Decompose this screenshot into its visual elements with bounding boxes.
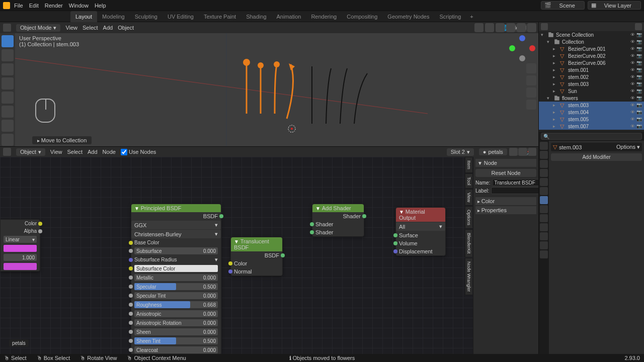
tab-shading[interactable]: Shading: [241, 11, 271, 22]
vp-menu-select[interactable]: Select: [83, 25, 98, 31]
prop-tab-scene[interactable]: [540, 169, 548, 177]
menu-file[interactable]: File: [14, 3, 23, 9]
principled-subsurface-color[interactable]: Subsurface Color: [131, 264, 221, 273]
principled-roughness[interactable]: Roughness0.668: [131, 300, 221, 309]
n-tab-view[interactable]: View: [465, 189, 472, 206]
node-material-output[interactable]: ▼ Material Output All▾ Surface Volume Di…: [395, 207, 446, 256]
tree-row[interactable]: ▸▽stem.002👁 📷: [539, 73, 644, 80]
ne-overlay-icon[interactable]: [509, 148, 517, 156]
tree-row[interactable]: ▸▽BezierCurve.001👁 📷: [539, 45, 644, 52]
outliner-editor-icon[interactable]: [541, 23, 548, 30]
prop-tab-particle[interactable]: [540, 205, 548, 213]
tree-row[interactable]: ▸▽BezierCurve.002👁 📷: [539, 52, 644, 59]
material-selector[interactable]: ●petals: [479, 148, 507, 155]
snap-dropdown[interactable]: [485, 23, 494, 32]
axis-gizmo[interactable]: [509, 35, 535, 61]
node-name-input[interactable]: [492, 179, 538, 186]
sss-dropdown[interactable]: Christensen-Burley▾: [131, 230, 221, 238]
principled-base-color[interactable]: Base Color: [131, 239, 221, 246]
tab-texpaint[interactable]: Texture Paint: [199, 11, 241, 22]
principled-anisotropic-rotation[interactable]: Anisotropic Rotation0.000: [131, 318, 221, 327]
prop-tab-texture[interactable]: [540, 250, 548, 258]
scene-selector[interactable]: 🎬Scene: [541, 1, 585, 10]
tool-annotate[interactable]: [2, 120, 14, 132]
menu-window[interactable]: Window: [69, 3, 89, 9]
n-tab-blenderkit[interactable]: BlenderKit: [465, 229, 472, 257]
prop-tab-material[interactable]: [540, 241, 548, 249]
menu-help[interactable]: Help: [95, 3, 106, 9]
node-panel-header[interactable]: ▼ Node: [475, 159, 536, 167]
node-principled-bsdf[interactable]: ▼ Principled BSDF BSDF GGX▾ Christensen-…: [131, 204, 221, 354]
tree-row[interactable]: ▸▽stem.003👁 📷: [539, 80, 644, 87]
tab-modeling[interactable]: Modeling: [97, 11, 130, 22]
tool-rotate[interactable]: [2, 77, 14, 89]
reset-node-button[interactable]: Reset Node: [475, 169, 536, 177]
outliner-tree[interactable]: ▾Scene Collection👁 📷▾Collection👁 📷▸▽Bezi…: [539, 31, 644, 132]
distribution-dropdown[interactable]: GGX▾: [131, 221, 221, 229]
ortho-toggle-icon[interactable]: [526, 100, 536, 110]
node-label-input[interactable]: [491, 187, 538, 194]
output-target-dropdown[interactable]: All▾: [396, 222, 445, 231]
principled-specular[interactable]: Specular0.500: [131, 282, 221, 291]
add-modifier-button[interactable]: Add Modifier: [551, 153, 642, 161]
tab-animation[interactable]: Animation: [272, 11, 306, 22]
interp-dropdown[interactable]: Linear▾: [4, 236, 37, 243]
tree-row[interactable]: ▾Collection👁 📷: [539, 38, 644, 45]
tree-row[interactable]: ▾flowers👁 📷: [539, 95, 644, 102]
principled-metallic[interactable]: Metallic0.000: [131, 273, 221, 282]
principled-specular-tint[interactable]: Specular Tint0.000: [131, 291, 221, 300]
last-operator-panel[interactable]: ▸ Move to Collection: [32, 136, 92, 144]
tree-row[interactable]: ▸▽stem.005👁 📷: [539, 116, 644, 123]
node-translucent-bsdf[interactable]: ▼ Translucent BSDF BSDF Color Normal: [230, 237, 283, 276]
vp-menu-view[interactable]: View: [65, 25, 77, 31]
prop-tab-modifier[interactable]: [540, 196, 548, 204]
menu-render[interactable]: Render: [45, 3, 63, 9]
viewlayer-selector[interactable]: ▦View Layer: [588, 1, 641, 10]
add-workspace-button[interactable]: +: [466, 11, 477, 22]
ne-menu-add[interactable]: Add: [88, 149, 98, 155]
shading-solid-icon[interactable]: [506, 23, 515, 32]
tool-scale[interactable]: [2, 92, 14, 104]
tool-transform[interactable]: [2, 106, 14, 118]
prop-tab-output[interactable]: [540, 151, 548, 159]
shader-node-editor[interactable]: Object▾ View Select Add Node Use Nodes S…: [0, 147, 538, 354]
tab-layout[interactable]: Layout: [70, 11, 97, 22]
camera-view-icon[interactable]: [526, 87, 536, 98]
tree-row[interactable]: ▾Scene Collection👁 📷: [539, 31, 644, 38]
tab-sculpting[interactable]: Sculpting: [130, 11, 163, 22]
tree-row[interactable]: ▸▽BezierCurve.006👁 📷: [539, 59, 644, 66]
use-nodes-checkbox[interactable]: Use Nodes: [121, 149, 156, 155]
tree-row[interactable]: ▸▽Sun👁 📷: [539, 87, 644, 95]
ramp-pos[interactable]: 1.000: [4, 254, 37, 261]
menu-edit[interactable]: Edit: [29, 3, 39, 9]
n-tab-tool[interactable]: Tool: [465, 173, 472, 189]
tab-geonodes[interactable]: Geometry Nodes: [382, 11, 434, 22]
tool-measure[interactable]: [2, 134, 14, 146]
options-dropdown[interactable]: Options ▾: [616, 144, 640, 150]
tool-move[interactable]: [2, 63, 14, 75]
ne-menu-node[interactable]: Node: [103, 149, 116, 155]
pan-tool-icon[interactable]: [526, 75, 536, 85]
snap-toggle[interactable]: [474, 23, 484, 32]
node-props-header[interactable]: ▸ Properties: [475, 206, 536, 214]
ne-menu-select[interactable]: Select: [67, 149, 83, 155]
principled-subsurface-radius[interactable]: Subsurface Radius▾: [131, 255, 221, 264]
prop-tab-physics[interactable]: [540, 214, 548, 222]
tab-rendering[interactable]: Rendering: [306, 11, 342, 22]
node-add-shader[interactable]: ▼ Add Shader Shader Shader Shader: [312, 204, 364, 237]
principled-clearcoat[interactable]: Clearcoat0.000: [131, 345, 221, 354]
shading-wire-icon[interactable]: [496, 23, 505, 32]
prop-tab-constraint[interactable]: [540, 223, 548, 231]
ne-menu-view[interactable]: View: [50, 149, 62, 155]
vp-menu-object[interactable]: Object: [118, 25, 134, 31]
principled-subsurface[interactable]: Subsurface0.000: [131, 246, 221, 255]
prop-tab-object[interactable]: [540, 187, 548, 195]
editor-type-icon[interactable]: [3, 24, 11, 32]
principled-sheen-tint[interactable]: Sheen Tint0.500: [131, 336, 221, 345]
vp-menu-add[interactable]: Add: [103, 25, 113, 31]
outliner-filter-icon[interactable]: [635, 23, 642, 30]
outliner-search-input[interactable]: [541, 133, 642, 140]
tab-uv[interactable]: UV Editing: [163, 11, 199, 22]
n-tab-options[interactable]: Options: [465, 206, 472, 229]
mode-dropdown[interactable]: Object Mode▾: [16, 24, 60, 32]
